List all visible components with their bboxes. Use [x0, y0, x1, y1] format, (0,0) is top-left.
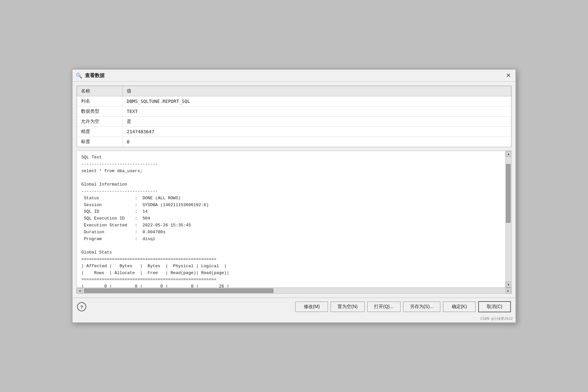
cell-name: 精度	[77, 127, 123, 137]
main-dialog: 🔍 查看数据 ✕ 名称 值 列名DBMS_SQLTUNE.REPORT_SQL数…	[72, 69, 516, 323]
title-bar: 🔍 查看数据 ✕	[73, 70, 515, 82]
help-button[interactable]: ?	[77, 302, 86, 311]
table-row: 标度0	[77, 137, 511, 147]
close-button[interactable]: ✕	[504, 72, 512, 79]
text-view-container: SQL Text ------------------------------ …	[76, 151, 512, 288]
button-bar: ? 修改(M) 置为空(N) 打开(Q)... 另存为(S)... 确定(K) …	[73, 298, 515, 316]
scroll-up-button[interactable]: ▲	[506, 151, 512, 157]
dialog-title: 查看数据	[85, 73, 502, 79]
table-row: 数据类型TEXT	[77, 106, 511, 117]
table-row: 允许为空是	[77, 117, 511, 127]
cell-name: 允许为空	[77, 117, 123, 127]
text-content[interactable]: SQL Text ------------------------------ …	[77, 151, 505, 287]
dialog-icon: 🔍	[76, 73, 82, 79]
cell-value: DBMS_SQLTUNE.REPORT_SQL	[123, 96, 511, 106]
cell-value: 0	[123, 137, 511, 147]
set-null-button[interactable]: 置为空(N)	[331, 302, 364, 312]
scroll-left-button[interactable]: ◀	[77, 288, 83, 294]
col-value-header: 值	[123, 86, 511, 96]
h-scroll-thumb[interactable]	[84, 288, 273, 293]
scroll-track	[506, 157, 511, 282]
cell-name: 数据类型	[77, 106, 123, 117]
cell-name: 列名	[77, 96, 123, 106]
table-row: 精度2147483647	[77, 127, 511, 137]
properties-table: 名称 值 列名DBMS_SQLTUNE.REPORT_SQL数据类型TEXT允许…	[76, 86, 512, 147]
scroll-thumb[interactable]	[506, 164, 511, 223]
vertical-scrollbar[interactable]: ▲ ▼	[505, 151, 511, 287]
cell-value: 2147483647	[123, 127, 511, 137]
open-button[interactable]: 打开(Q)...	[367, 302, 400, 312]
cell-name: 标度	[77, 137, 123, 147]
h-scroll-track	[83, 288, 505, 293]
cell-value: TEXT	[123, 106, 511, 117]
ok-button[interactable]: 确定(K)	[443, 302, 476, 312]
modify-button[interactable]: 修改(M)	[295, 302, 328, 312]
col-name-header: 名称	[77, 86, 123, 96]
cell-value: 是	[123, 117, 511, 127]
table-row: 列名DBMS_SQLTUNE.REPORT_SQL	[77, 96, 511, 106]
save-as-button[interactable]: 另存为(S)...	[403, 302, 440, 312]
horizontal-scrollbar[interactable]: ◀ ▶	[76, 288, 512, 294]
content-area: 名称 值 列名DBMS_SQLTUNE.REPORT_SQL数据类型TEXT允许…	[73, 82, 515, 298]
scroll-right-button[interactable]: ▶	[505, 288, 511, 294]
cancel-button[interactable]: 取消(C)	[478, 301, 511, 312]
watermark: CSDN @小绿芽2022	[73, 316, 515, 322]
scroll-down-button[interactable]: ▼	[506, 282, 512, 287]
